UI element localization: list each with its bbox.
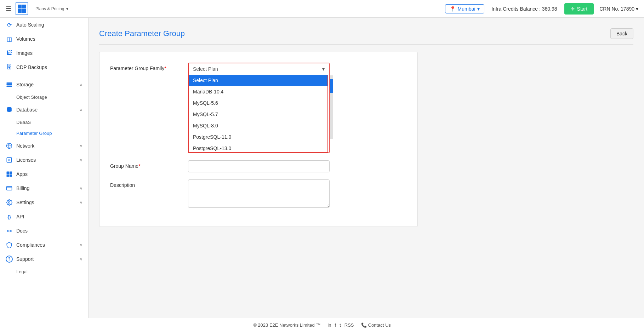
compliances-chevron: ∨ [80,243,82,247]
dropdown-item-mariadb-10-4[interactable]: MariaDB-10.4 [189,86,327,97]
sidebar-item-images[interactable]: 🖼 Images [0,46,88,60]
form-area: Parameter Group Family* Select Plan ▾ Se… [99,52,418,227]
start-button[interactable]: ✈ Start [564,3,594,15]
sidebar-label-support: Support [16,256,76,262]
api-icon: {} [6,213,13,220]
sidebar-item-dbaas[interactable]: DBaaS [16,117,88,128]
facebook-icon[interactable]: f [335,322,336,328]
sidebar-label-billing: Billing [16,185,76,191]
sidebar-item-settings[interactable]: Settings ∨ [0,195,88,210]
crn-selector[interactable]: CRN No. 17890 ▾ [599,6,638,12]
sidebar-label-cdp-backups: CDP Backups [16,64,82,70]
sidebar-label-licenses: Licenses [16,157,76,163]
database-submenu: DBaaS Parameter Group [0,117,88,139]
logo[interactable] [16,2,28,15]
dropdown-item-postgresql-11-0[interactable]: PostgreSQL-11.0 [189,131,327,143]
crn-label: CRN No. 17890 [599,6,634,12]
header: ☰ Plans & Pricing ▾ 📍 Mumbai ▾ Infra Cre… [0,0,644,18]
parameter-group-family-control: Select Plan ▾ Select Plan MariaDB-10.4 M… [188,63,330,153]
dropdown-scrollbar-thumb [330,79,333,93]
storage-submenu: Object Storage [0,92,88,103]
sidebar-item-billing[interactable]: Billing ∨ [0,181,88,195]
sidebar-item-auto-scaling[interactable]: ⟳ Auto Scaling [0,18,88,32]
sidebar-label-network: Network [16,143,76,149]
parameter-group-family-label: Parameter Group Family* [110,63,181,71]
start-label: Start [577,6,588,12]
sidebar-item-storage[interactable]: Storage ∧ [0,78,88,92]
select-plan-container[interactable]: Select Plan ▾ Select Plan MariaDB-10.4 M… [188,63,330,153]
required-mark-1: * [164,65,166,71]
linkedin-icon[interactable]: in [327,322,331,328]
dropdown-list: Select Plan MariaDB-10.4 MySQL-5.6 MySQL… [188,75,328,153]
sidebar-item-licenses[interactable]: Licenses ∨ [0,153,88,167]
support-icon: ? [6,256,13,263]
sidebar-item-cdp-backups[interactable]: 🗄 CDP Backups [0,60,88,74]
volumes-icon: ◫ [6,35,13,42]
divider-1 [0,76,88,76]
database-chevron: ∧ [80,108,82,112]
plans-pricing-button[interactable]: Plans & Pricing ▾ [35,6,68,11]
footer: © 2023 E2E Networks Limited ™ in f t RSS… [0,318,644,332]
dropdown-item-mysql-8-0[interactable]: MySQL-8.0 [189,120,327,131]
dropdown-scrollbar [330,75,333,139]
sidebar-item-compliances[interactable]: Compliances ∨ [0,238,88,252]
svg-rect-1 [7,84,12,86]
sidebar-item-legal[interactable]: Legal [16,266,88,277]
sidebar-label-auto-scaling: Auto Scaling [16,22,82,28]
sidebar-item-support[interactable]: ? Support ∨ [0,252,88,266]
dropdown-item-mysql-5-6[interactable]: MySQL-5.6 [189,97,327,109]
back-button[interactable]: Back [610,28,633,39]
sidebar-label-apps: Apps [16,171,82,177]
cdp-backups-icon: 🗄 [6,64,13,71]
contact-us-link[interactable]: 📞 Contact Us [361,322,391,328]
sidebar-label-settings: Settings [16,200,76,205]
sidebar-item-network[interactable]: Network ∨ [0,139,88,153]
location-chevron: ▾ [477,6,480,12]
images-icon: 🖼 [6,50,13,57]
sidebar-item-docs[interactable]: <> Docs [0,224,88,238]
start-icon: ✈ [571,6,575,12]
sidebar-item-database[interactable]: Database ∧ [0,103,88,117]
sidebar-item-api[interactable]: {} API [0,210,88,224]
select-plan-trigger[interactable]: Select Plan ▾ [189,63,329,75]
svg-point-14 [8,202,10,204]
select-chevron: ▾ [322,66,325,72]
database-icon [6,106,13,113]
footer-social-links: in f t RSS [327,322,354,328]
licenses-icon [6,156,13,164]
footer-copyright: © 2023 E2E Networks Limited ™ [253,322,320,328]
rss-icon[interactable]: RSS [344,322,354,328]
plans-pricing-label: Plans & Pricing [35,6,64,11]
sidebar-item-apps[interactable]: Apps [0,167,88,181]
credits-balance: Infra Credits Balance : 360.98 [491,6,557,12]
sidebar-label-volumes: Volumes [16,36,82,42]
sidebar-label-docs: Docs [16,228,82,234]
sidebar-item-object-storage[interactable]: Object Storage [16,92,88,103]
sidebar-item-volumes[interactable]: ◫ Volumes [0,32,88,46]
settings-chevron: ∨ [80,200,82,205]
description-textarea[interactable] [188,179,330,208]
network-icon [6,142,13,149]
description-control [188,179,330,209]
storage-chevron: ∧ [80,82,82,87]
apps-icon [6,171,13,178]
dropdown-item-mysql-5-7[interactable]: MySQL-5.7 [189,109,327,120]
menu-icon[interactable]: ☰ [6,5,11,13]
svg-rect-8 [7,172,9,174]
sidebar-item-parameter-group[interactable]: Parameter Group [16,128,88,139]
location-selector[interactable]: 📍 Mumbai ▾ [445,4,485,13]
group-name-row: Group Name* [110,160,407,172]
description-label: Description [110,179,181,188]
billing-chevron: ∨ [80,186,82,191]
page-header: Create Parameter Group Back [99,28,633,45]
svg-rect-2 [7,86,12,87]
sidebar-label-storage: Storage [16,82,76,87]
dropdown-item-select-plan[interactable]: Select Plan [189,75,327,86]
dropdown-item-postgresql-13-0[interactable]: PostgreSQL-13.0 [189,143,327,153]
group-name-control [188,160,330,172]
group-name-input[interactable] [188,160,330,172]
content-area: Create Parameter Group Back Parameter Gr… [89,18,644,318]
twitter-icon[interactable]: t [340,322,341,328]
select-plan-value: Select Plan [193,66,218,72]
svg-rect-12 [7,187,12,190]
